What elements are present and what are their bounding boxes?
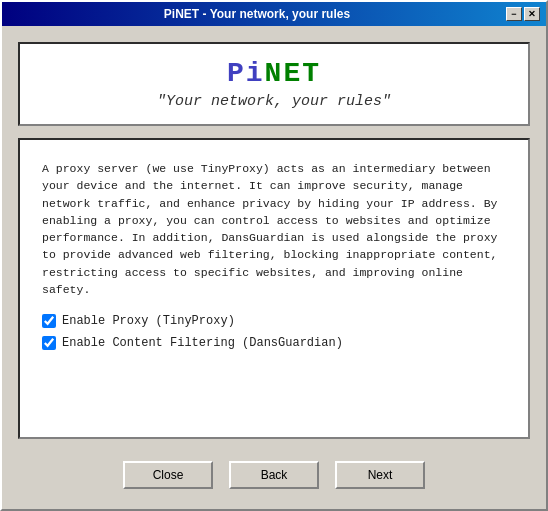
content-filter-checkbox-label: Enable Content Filtering (DansGuardian) [62, 336, 343, 350]
content-filter-checkbox-item[interactable]: Enable Content Filtering (DansGuardian) [42, 336, 506, 350]
title-bar: PiNET - Your network, your rules − ✕ [2, 2, 546, 26]
enable-proxy-checkbox[interactable] [42, 314, 56, 328]
app-subtitle: "Your network, your rules" [40, 93, 508, 110]
description-section: A proxy server (we use TinyProxy) acts a… [42, 160, 506, 350]
header-panel: PiNET "Your network, your rules" [18, 42, 530, 126]
button-bar: Close Back Next [18, 451, 530, 493]
window-controls: − ✕ [506, 7, 540, 21]
enable-content-filtering-checkbox[interactable] [42, 336, 56, 350]
title-net: NET [265, 58, 321, 89]
close-button[interactable]: Close [123, 461, 213, 489]
description-text: A proxy server (we use TinyProxy) acts a… [42, 160, 506, 298]
title-pi: Pi [227, 58, 265, 89]
proxy-checkbox-label: Enable Proxy (TinyProxy) [62, 314, 235, 328]
main-panel: A proxy server (we use TinyProxy) acts a… [18, 138, 530, 439]
proxy-checkbox-item[interactable]: Enable Proxy (TinyProxy) [42, 314, 506, 328]
window-content: PiNET "Your network, your rules" A proxy… [2, 26, 546, 509]
minimize-button[interactable]: − [506, 7, 522, 21]
window-title: PiNET - Your network, your rules [8, 7, 506, 21]
checkboxes-section: Enable Proxy (TinyProxy) Enable Content … [42, 314, 506, 350]
back-button[interactable]: Back [229, 461, 319, 489]
app-title: PiNET [40, 58, 508, 89]
next-button[interactable]: Next [335, 461, 425, 489]
close-button[interactable]: ✕ [524, 7, 540, 21]
main-window: PiNET - Your network, your rules − ✕ PiN… [0, 0, 548, 511]
